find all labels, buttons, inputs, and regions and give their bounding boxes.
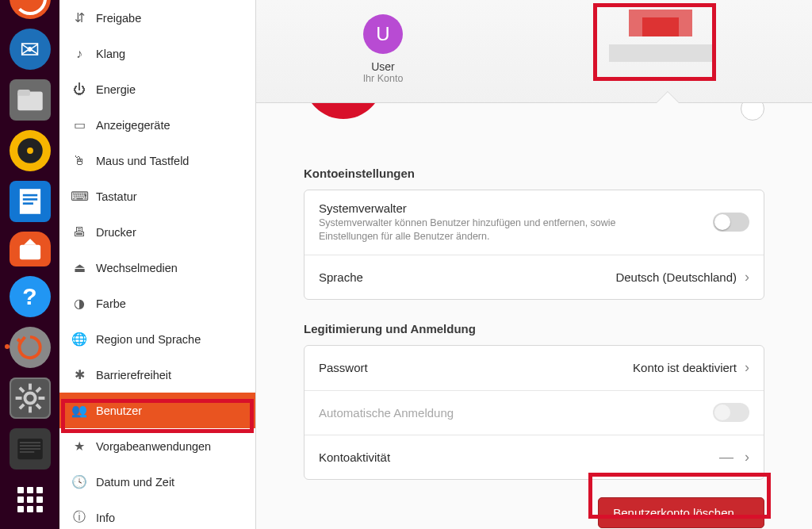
mouse-icon: 🖱 (71, 154, 88, 168)
clock-icon: 🕓 (71, 474, 88, 489)
sidebar-item-default-apps[interactable]: ★Vorgabeanwendungen (59, 428, 255, 464)
svg-rect-5 (22, 194, 36, 197)
sidebar-item-keyboard[interactable]: ⌨Tastatur (59, 178, 255, 214)
printer-icon: 🖶 (71, 225, 88, 240)
color-icon: ◑ (71, 296, 88, 311)
sidebar-item-mouse[interactable]: 🖱Maus und Tastfeld (59, 143, 255, 178)
launcher-firefox[interactable] (10, 0, 51, 19)
media-icon: ⏏ (71, 260, 88, 275)
row-admin: Systemverwalter Systemverwalter können B… (304, 190, 764, 255)
sidebar-item-datetime[interactable]: 🕓Datum und Zeit (59, 464, 255, 500)
sidebar-item-about[interactable]: ⓘInfo (59, 500, 255, 529)
sidebar-item-displays[interactable]: ▭Anzeigegeräte (59, 107, 255, 143)
account-item-selected-redacted[interactable] (597, 10, 724, 62)
chevron-right-icon: › (745, 269, 749, 286)
launcher-ubuntu-software[interactable] (10, 232, 51, 266)
edit-name-button[interactable] (741, 103, 764, 121)
update-indicator-dot (5, 344, 10, 349)
launcher-terminal[interactable] (10, 428, 51, 470)
default-apps-icon: ★ (71, 439, 88, 454)
users-icon: 👥 (71, 403, 88, 418)
row-value: Deutsch (Deutschland) (615, 270, 737, 284)
sidebar-item-label: Wechselmedien (96, 262, 178, 274)
svg-line-16 (19, 404, 23, 408)
svg-rect-6 (22, 198, 36, 201)
sidebar-item-label: Farbe (96, 297, 126, 310)
launcher-files[interactable] (10, 79, 51, 121)
launcher-settings[interactable] (10, 378, 51, 419)
settings-sidebar: ⇵Freigabe ♪Klang ⏻Energie ▭Anzeigegeräte… (59, 0, 256, 529)
sidebar-item-label: Klang (96, 48, 125, 60)
svg-point-3 (27, 148, 33, 154)
sidebar-item-users[interactable]: 👥Benutzer (59, 393, 255, 428)
sidebar-item-label: Anzeigegeräte (96, 119, 170, 132)
sidebar-item-label: Benutzer (96, 404, 142, 417)
sidebar-item-label: Datum und Zeit (96, 476, 174, 489)
power-icon: ⏻ (71, 82, 88, 97)
row-label: Systemverwalter (319, 201, 713, 215)
svg-point-9 (25, 393, 35, 403)
sidebar-item-region[interactable]: 🌐Region und Sprache (59, 321, 255, 357)
share-icon: ⇵ (71, 10, 88, 25)
selected-account-pointer (657, 92, 679, 103)
sidebar-item-color[interactable]: ◑Farbe (59, 286, 255, 321)
redacted-name (609, 44, 712, 62)
avatar: U (363, 14, 403, 54)
region-icon: 🌐 (71, 332, 88, 347)
sound-icon: ♪ (71, 47, 88, 61)
auth-settings-card: Passwort Konto ist deaktiviert › Automat… (304, 345, 764, 480)
row-value: Konto ist deaktiviert (633, 361, 737, 374)
keyboard-icon: ⌨ (71, 189, 88, 204)
row-label: Kontoaktivität (319, 450, 390, 464)
row-value: — (719, 449, 733, 466)
row-label: Passwort (319, 361, 368, 374)
row-activity[interactable]: Kontoaktivität — › (304, 435, 764, 479)
sidebar-item-power[interactable]: ⏻Energie (59, 71, 255, 107)
svg-rect-7 (22, 202, 33, 205)
sidebar-item-printers[interactable]: 🖶Drucker (59, 214, 255, 250)
row-language[interactable]: Sprache Deutsch (Deutschland) › (304, 255, 764, 299)
row-autologin: Automatische Anmeldung (304, 390, 764, 435)
account-item-user[interactable]: U User Ihr Konto (312, 14, 454, 84)
sidebar-item-removable-media[interactable]: ⏏Wechselmedien (59, 250, 255, 286)
sidebar-item-label: Energie (96, 83, 136, 96)
info-icon: ⓘ (71, 509, 88, 526)
row-description: Systemverwalter können Benutzer hinzufüg… (319, 217, 620, 243)
svg-rect-4 (19, 189, 40, 214)
sidebar-item-label: Drucker (96, 226, 136, 239)
launcher-thunderbird[interactable]: ✉ (10, 29, 51, 70)
sidebar-item-label: Info (96, 512, 115, 524)
sidebar-item-label: Barrierefreiheit (96, 369, 171, 381)
launcher-libreoffice-writer[interactable] (10, 181, 51, 222)
display-icon: ▭ (71, 117, 88, 132)
sidebar-item-sharing[interactable]: ⇵Freigabe (59, 0, 255, 36)
sidebar-item-accessibility[interactable]: ✱Barrierefreiheit (59, 357, 255, 393)
sidebar-item-label: Region und Sprache (96, 333, 201, 346)
launcher-help[interactable]: ? (10, 276, 51, 317)
launcher-software-updater[interactable] (10, 327, 51, 368)
user-avatar-large[interactable]: HS (304, 103, 383, 132)
row-password[interactable]: Passwort Konto ist deaktiviert › (304, 346, 764, 390)
account-settings-card: Systemverwalter Systemverwalter können B… (304, 190, 764, 300)
svg-rect-1 (17, 90, 30, 96)
svg-line-14 (19, 388, 23, 392)
sidebar-item-sound[interactable]: ♪Klang (59, 36, 255, 71)
section-title-auth: Legitimierung und Anmeldung (304, 322, 764, 335)
admin-toggle[interactable] (713, 213, 749, 232)
svg-rect-8 (19, 245, 40, 259)
user-detail: HS Kontoeinstellungen Systemverwalter Sy… (256, 103, 812, 529)
users-panel: U User Ihr Konto HS Kontoeinstellungen S… (256, 0, 812, 529)
sidebar-item-label: Freigabe (96, 12, 141, 25)
sidebar-item-label: Maus und Tastfeld (96, 155, 189, 167)
delete-account-button[interactable]: Benutzerkonto löschen … (598, 497, 764, 528)
launcher-rhythmbox[interactable] (10, 130, 51, 171)
unity-launcher: ✉ ? (0, 0, 59, 529)
a11y-icon: ✱ (71, 367, 88, 382)
row-label: Automatische Anmeldung (319, 406, 454, 420)
launcher-show-applications[interactable] (10, 479, 51, 520)
row-label: Sprache (319, 270, 363, 284)
redacted-avatar-inner (642, 17, 679, 36)
svg-line-17 (36, 388, 40, 392)
account-chooser: U User Ihr Konto (256, 0, 812, 103)
account-name: User (312, 60, 454, 73)
